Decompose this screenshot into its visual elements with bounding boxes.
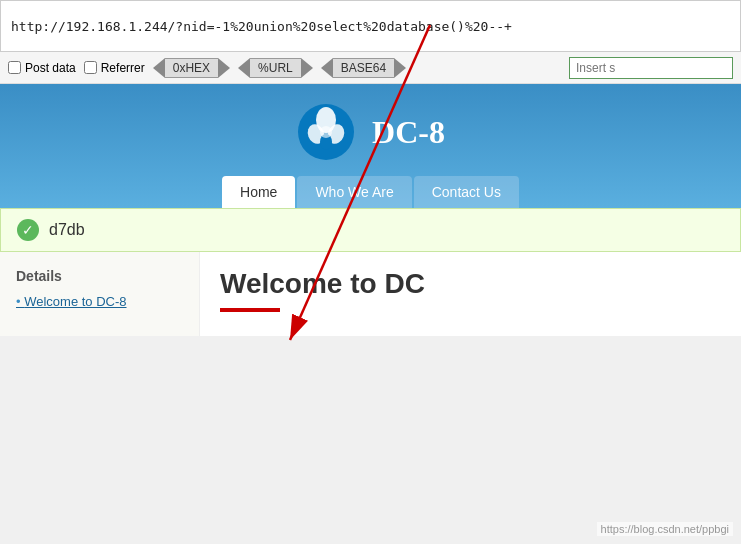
nav-contact-us[interactable]: Contact Us [414,176,519,208]
referrer-label: Referrer [101,61,145,75]
base64-button[interactable]: BASE64 [321,58,406,78]
svg-point-5 [320,126,332,138]
base64-arrow-left [321,58,333,78]
check-icon: ✓ [17,219,39,241]
post-data-checkbox[interactable]: Post data [8,61,76,75]
url-arrow-right [301,58,313,78]
db-name-result: d7db [49,221,85,239]
site-title: DC-8 [372,114,445,151]
sidebar-link-welcome[interactable]: Welcome to DC-8 [16,294,183,309]
drupal-branding: DC-8 [296,102,445,162]
url-encode-button[interactable]: %URL [238,58,313,78]
drupal-logo [296,102,356,162]
toolbar: Post data Referrer 0xHEX %URL BASE64 [0,52,741,84]
drupal-nav: Home Who We Are Contact Us [222,176,519,208]
insert-field[interactable] [569,57,733,79]
nav-who-we-are[interactable]: Who We Are [297,176,411,208]
url-bar[interactable]: http://192.168.1.244/?nid=-1%20union%20s… [0,0,741,52]
sidebar-title: Details [16,268,183,284]
drupal-site: DC-8 Home Who We Are Contact Us ✓ d7db D… [0,84,741,336]
watermark: https://blog.csdn.net/ppbgi [597,522,733,536]
url-label: %URL [250,58,301,78]
post-data-label: Post data [25,61,76,75]
success-message: ✓ d7db [0,208,741,252]
url-text: http://192.168.1.244/?nid=-1%20union%20s… [11,19,512,34]
content-area: Details Welcome to DC-8 Welcome to DC [0,252,741,336]
base64-arrow-right [394,58,406,78]
page-body: ✓ d7db Details Welcome to DC-8 Welcome t… [0,208,741,336]
hex-label: 0xHEX [165,58,218,78]
hex-arrow-left [153,58,165,78]
base64-label: BASE64 [333,58,394,78]
referrer-checkbox[interactable]: Referrer [84,61,145,75]
hex-arrow-right [218,58,230,78]
sidebar: Details Welcome to DC-8 [0,252,200,336]
hex-button[interactable]: 0xHEX [153,58,230,78]
url-arrow-left [238,58,250,78]
main-heading: Welcome to DC [220,268,721,300]
drupal-header: DC-8 Home Who We Are Contact Us [0,84,741,208]
nav-home[interactable]: Home [222,176,295,208]
main-text-area: Welcome to DC [200,252,741,336]
red-bar [220,308,280,312]
